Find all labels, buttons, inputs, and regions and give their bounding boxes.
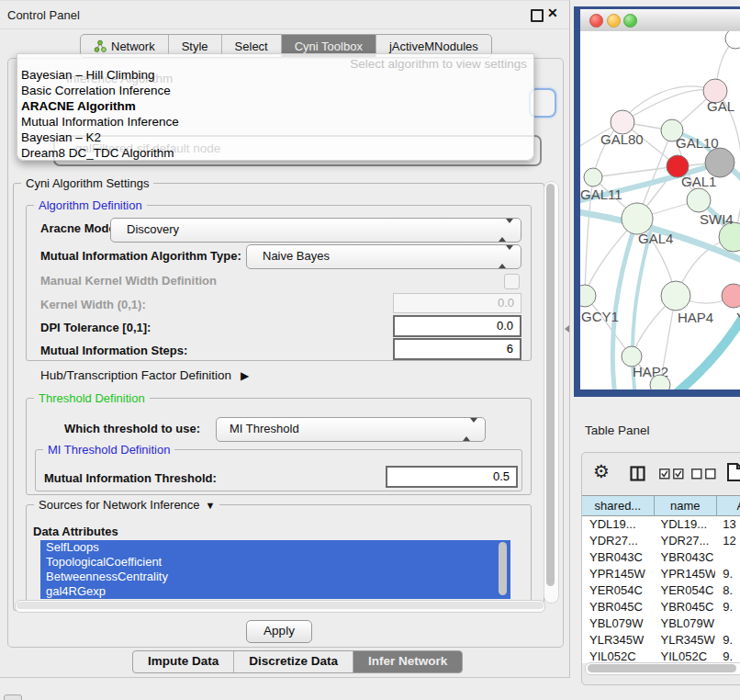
column-header[interactable]: name — [655, 495, 717, 516]
mi-steps-field[interactable]: 6 — [393, 338, 521, 360]
table-cell: YLR345W — [654, 632, 716, 649]
kernel-width-label: Kernel Width (0,1): — [40, 298, 146, 311]
table-panel: ⚙ shared...nameA YDL19...YDL19...13YDR27… — [581, 452, 740, 685]
attribute-item[interactable]: gal4RGexp — [40, 584, 510, 599]
table-cell: YBL079W — [582, 615, 654, 632]
table-row[interactable]: YBR043CYBR043C — [582, 549, 740, 566]
stepper-arrows-icon — [463, 423, 477, 436]
network-node-gal11[interactable] — [584, 168, 602, 186]
table-row[interactable]: YDR27...YDR27...12 — [582, 533, 740, 549]
algorithm-option[interactable]: Basic Correlation Inference — [19, 83, 532, 98]
table-cell: YBR043C — [654, 549, 716, 566]
table-cell: YDR27... — [654, 533, 716, 549]
settings-group-title: Cyni Algorithm Settings — [21, 176, 153, 190]
table-cell: YPR145W — [582, 566, 654, 582]
settings-vertical-scrollbar[interactable] — [544, 181, 559, 604]
cyni-bottom-tabs: Impute DataDiscretize DataInfer Network — [132, 650, 463, 673]
network-node-gal1[interactable] — [687, 188, 711, 212]
algorithm-option[interactable]: Bayesian – Hill Climbing — [19, 67, 532, 83]
hub-definition-toggle[interactable]: Hub/Transcription Factor Definition▶ — [40, 368, 249, 382]
tab-infer-network[interactable]: Infer Network — [353, 651, 462, 672]
which-threshold-label: Which threshold to use: — [64, 422, 200, 435]
settings-horizontal-scrollbar[interactable] — [15, 600, 545, 613]
which-threshold-value: MI Threshold — [230, 422, 299, 435]
column-header[interactable]: shared... — [582, 495, 655, 516]
table-cell — [715, 549, 740, 566]
table-horizontal-scrollbar[interactable] — [585, 662, 740, 675]
attributes-scrollbar[interactable] — [499, 542, 507, 595]
table-cell: YIL052C — [654, 649, 716, 663]
aracne-mode-select[interactable]: Discovery — [110, 218, 521, 243]
attribute-item[interactable]: BetweennessCentrality — [40, 570, 510, 584]
table-cell: 9. — [715, 632, 740, 649]
attribute-item[interactable]: TopologicalCoefficient — [40, 555, 510, 570]
sources-group-title[interactable]: Sources for Network Inference▼ — [34, 498, 219, 512]
new-table-icon[interactable] — [726, 462, 740, 485]
data-attributes-list[interactable]: SelfLoopsTopologicalCoefficientBetweenne… — [40, 540, 510, 599]
algorithm-option[interactable]: ARACNE Algorithm — [19, 98, 532, 114]
algorithm-option[interactable]: Mutual Information Inference — [19, 114, 532, 130]
threshold-definition-title: Threshold Definition — [34, 391, 150, 405]
split-pane-collapse-icon[interactable] — [565, 325, 569, 333]
unchecked-checkboxes-icon[interactable] — [691, 469, 716, 482]
attribute-item[interactable]: SelfLoops — [40, 540, 510, 555]
table-cell: 12 — [715, 533, 740, 549]
mi-steps-label: Mutual Information Steps: — [40, 344, 187, 357]
close-traffic-light[interactable] — [589, 14, 603, 28]
mi-threshold-field[interactable]: 0.5 — [386, 466, 518, 488]
network-node-y[interactable] — [722, 284, 740, 308]
network-canvas[interactable]: GALGAL80GAL10GAL1GAL11SWI4GAL4GCY1HAP4YH… — [580, 31, 740, 390]
table-cell: 9. — [715, 649, 740, 663]
table-row[interactable]: YBL079WYBL079W — [582, 615, 740, 632]
table-row[interactable]: YDL19...YDL19...13 — [582, 516, 740, 533]
zoom-traffic-light[interactable] — [623, 14, 637, 28]
network-node-gal4[interactable] — [622, 203, 653, 234]
tab-impute-data[interactable]: Impute Data — [133, 651, 234, 672]
tab-discretize-data[interactable]: Discretize Data — [234, 651, 353, 672]
algorithm-option[interactable]: Bayesian – K2 — [19, 130, 532, 145]
table-row[interactable]: YIL052CYIL052C9. — [582, 649, 740, 663]
manual-kernel-checkbox[interactable] — [504, 274, 520, 289]
float-panel-icon[interactable] — [531, 9, 544, 22]
network-window-titlebar — [580, 9, 740, 32]
node-label: GAL1 — [681, 174, 716, 189]
table-panel-title: Table Panel — [585, 423, 650, 437]
kernel-width-field[interactable]: 0.0 — [393, 293, 521, 313]
dpi-tolerance-field[interactable]: 0.0 — [393, 315, 521, 337]
network-graph-icon — [94, 40, 107, 52]
network-edge[interactable] — [585, 296, 632, 356]
window-grip[interactable] — [4, 694, 22, 700]
table-header-row: shared...nameA — [582, 495, 740, 516]
network-node[interactable] — [725, 31, 740, 49]
stepper-arrows-icon — [499, 223, 513, 237]
table-cell: YER054C — [582, 582, 654, 599]
table-cell: 8. — [715, 582, 740, 599]
table-row[interactable]: YLR345WYLR345W9. — [582, 632, 740, 649]
table-cell: YER054C — [654, 582, 716, 599]
algorithm-definition-title: Algorithm Definition — [34, 198, 147, 212]
network-node-hap4[interactable] — [661, 281, 690, 310]
close-icon[interactable]: ✕ — [547, 6, 558, 20]
node-label: GAL — [707, 98, 734, 114]
table-row[interactable]: YER054CYER054C8. — [582, 582, 740, 599]
network-node-gcy1[interactable] — [580, 285, 596, 307]
manual-kernel-label: Manual Kernel Width Definition — [40, 274, 217, 288]
dpi-tolerance-label: DPI Tolerance [0,1]: — [40, 321, 151, 334]
minimize-traffic-light[interactable] — [607, 14, 621, 28]
table-cell: YDR27... — [582, 533, 654, 549]
network-edge[interactable] — [593, 166, 678, 177]
network-view-window: GALGAL80GAL10GAL1GAL11SWI4GAL4GCY1HAP4YH… — [574, 6, 740, 397]
algorithm-list: Bayesian – Hill ClimbingBasic Correlatio… — [19, 67, 532, 161]
column-layout-icon[interactable] — [630, 466, 645, 484]
algorithm-option[interactable]: Dream8 DC_TDC Algorithm — [19, 145, 532, 161]
which-threshold-select[interactable]: MI Threshold — [216, 417, 486, 442]
network-edge[interactable] — [622, 89, 715, 122]
table-row[interactable]: YBR045CYBR045C9. — [582, 599, 740, 615]
mi-type-select[interactable]: Naive Bayes — [246, 244, 521, 269]
column-header[interactable]: A — [717, 495, 740, 516]
checked-checkboxes-icon[interactable] — [659, 469, 684, 482]
apply-button[interactable]: Apply — [246, 620, 312, 643]
gear-icon[interactable]: ⚙ — [593, 460, 610, 482]
table-cell: 9. — [715, 566, 740, 582]
table-row[interactable]: YPR145WYPR145W9. — [582, 566, 740, 582]
